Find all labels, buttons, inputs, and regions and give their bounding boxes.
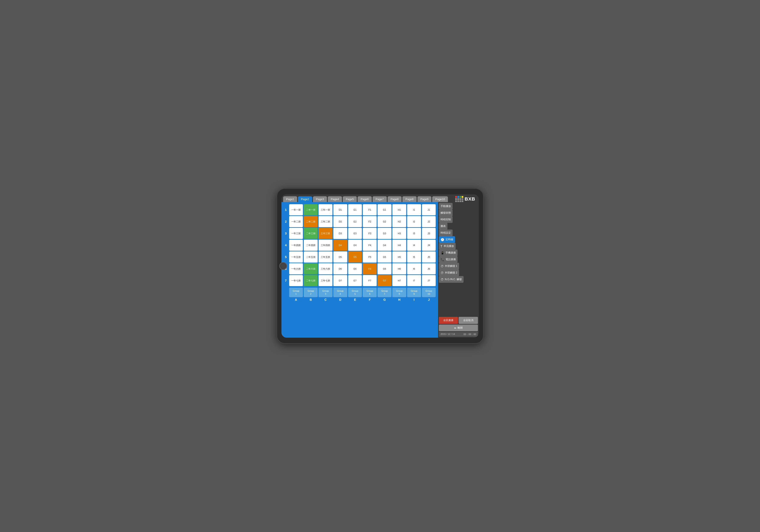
cell-r2-c6[interactable]: G2 — [378, 216, 392, 227]
tab-page9[interactable]: Page9 — [417, 196, 432, 202]
tab-page5[interactable]: Page5 — [343, 196, 357, 202]
cell-r6-c7[interactable]: H6 — [392, 263, 406, 274]
cell-r2-c3[interactable]: D2 — [333, 216, 347, 227]
group-cell-3[interactable]: Group 3 — [318, 288, 332, 297]
cell-r2-c4[interactable]: E2 — [348, 216, 362, 227]
cell-r5-c5[interactable]: F5 — [363, 251, 377, 263]
cell-r7-c6[interactable]: G7 — [378, 275, 392, 286]
cell-r4-c4[interactable]: E4 — [348, 240, 362, 251]
cell-r1-c8[interactable]: I1 — [407, 204, 421, 216]
cell-r7-c8[interactable]: I7 — [407, 275, 421, 286]
cell-r6-c4[interactable]: E6 — [348, 263, 362, 274]
group-cell-6[interactable]: Group 6 — [363, 288, 377, 297]
tab-page7[interactable]: Page7 — [373, 196, 387, 202]
cell-r7-c2[interactable]: 三年七班 — [318, 275, 332, 286]
cell-r5-c1[interactable]: 二年五班 — [304, 251, 318, 263]
cell-r5-c7[interactable]: H5 — [392, 251, 406, 263]
cell-r3-c4[interactable]: E3 — [348, 228, 362, 239]
cell-r7-c0[interactable]: 一年七班 — [289, 275, 303, 286]
cell-r6-c1[interactable]: 二年六班 — [304, 263, 318, 274]
exit-button[interactable]: ⬅ 離開 — [439, 324, 478, 331]
cell-r7-c3[interactable]: D7 — [333, 275, 347, 286]
cell-r7-c4[interactable]: E7 — [348, 275, 362, 286]
sidebar-btn-0[interactable]: 手動播放 — [439, 203, 452, 210]
cell-r3-c5[interactable]: F3 — [363, 228, 377, 239]
cell-r1-c0[interactable]: 一年一班 — [289, 204, 303, 216]
group-cell-4[interactable]: Group 4 — [333, 288, 347, 297]
tab-page3[interactable]: Page3 — [313, 196, 327, 202]
cell-r4-c7[interactable]: H4 — [392, 240, 406, 251]
cell-r4-c0[interactable]: 一年四班 — [289, 240, 303, 251]
cell-r1-c6[interactable]: G1 — [378, 204, 392, 216]
cell-r2-c5[interactable]: F2 — [363, 216, 377, 227]
cell-r5-c9[interactable]: J5 — [422, 251, 436, 263]
tab-page6[interactable]: Page6 — [357, 196, 372, 202]
cell-r4-c9[interactable]: J4 — [422, 240, 436, 251]
cell-r7-c7[interactable]: H7 — [392, 275, 406, 286]
cell-r6-c3[interactable]: D6 — [333, 263, 347, 274]
cell-r7-c5[interactable]: F7 — [363, 275, 377, 286]
tab-page10[interactable]: Page10 — [432, 196, 448, 202]
tab-page4[interactable]: Page4 — [328, 196, 342, 202]
cell-r2-c2[interactable]: 三年二班 — [318, 216, 332, 227]
cancel-button[interactable]: 全區取消 — [459, 317, 478, 324]
cell-r2-c9[interactable]: J2 — [422, 216, 436, 227]
cell-r6-c0[interactable]: 一年六班 — [289, 263, 303, 274]
cell-r4-c8[interactable]: I4 — [407, 240, 421, 251]
cell-r3-c2[interactable]: 三年三班 — [318, 228, 332, 239]
sidebar-btn-5[interactable]: 🕐定時鐘 — [439, 236, 455, 243]
cell-r2-c1[interactable]: 二年二班 — [304, 216, 318, 227]
sidebar-btn-1[interactable]: 觸發狀態 — [439, 210, 452, 216]
cell-r3-c3[interactable]: D3 — [333, 228, 347, 239]
cell-r2-c8[interactable]: I2 — [407, 216, 421, 227]
sidebar-btn-2[interactable]: 時程控制 — [439, 216, 452, 223]
cell-r7-c9[interactable]: J7 — [422, 275, 436, 286]
cell-r6-c5[interactable]: F6 — [363, 263, 377, 274]
tab-page2[interactable]: Page2 — [298, 196, 312, 202]
cell-r1-c5[interactable]: F1 — [363, 204, 377, 216]
sidebar-btn-3[interactable]: 圖表 — [439, 223, 448, 229]
cell-r6-c9[interactable]: J6 — [422, 263, 436, 274]
tab-page8[interactable]: Page8 — [388, 196, 402, 202]
group-cell-2[interactable]: Group 2 — [304, 288, 318, 297]
broadcast-button[interactable]: 全區廣播 — [439, 317, 458, 324]
cell-r3-c6[interactable]: G3 — [378, 228, 392, 239]
cell-r1-c9[interactable]: J1 — [422, 204, 436, 216]
sidebar-btn-11[interactable]: ⏱N.O./N.C. 觸發 — [439, 276, 463, 283]
cell-r4-c2[interactable]: 三年四班 — [318, 240, 332, 251]
cell-r2-c7[interactable]: H2 — [392, 216, 406, 227]
cell-r3-c0[interactable]: 一年三班 — [289, 228, 303, 239]
cell-r1-c7[interactable]: H1 — [392, 204, 406, 216]
cell-r5-c8[interactable]: I5 — [407, 251, 421, 263]
cell-r1-c4[interactable]: E1 — [348, 204, 362, 216]
cell-r5-c6[interactable]: G5 — [378, 251, 392, 263]
cell-r4-c5[interactable]: F4 — [363, 240, 377, 251]
tab-page1[interactable]: Page1 — [283, 196, 297, 202]
cell-r5-c2[interactable]: 三年五班 — [318, 251, 332, 263]
group-cell-7[interactable]: Group 7 — [378, 288, 392, 297]
cell-r4-c1[interactable]: 二年四班 — [304, 240, 318, 251]
cell-r6-c6[interactable]: G6 — [378, 263, 392, 274]
tab-page8[interactable]: Page8 — [403, 196, 416, 202]
home-button[interactable] — [279, 262, 287, 270]
cell-r6-c2[interactable]: 三年六班 — [318, 263, 332, 274]
cell-r5-c0[interactable]: 一年五班 — [289, 251, 303, 263]
sidebar-btn-7[interactable]: 📱手機廣播 — [439, 250, 457, 256]
sidebar-btn-10[interactable]: ⏱外部觸發 2 — [439, 269, 459, 276]
sidebar-btn-6[interactable]: T串流播放 — [439, 243, 456, 250]
cell-r5-c3[interactable]: D5 — [333, 251, 347, 263]
cell-r1-c2[interactable]: 三年一班 — [318, 204, 332, 216]
group-cell-10[interactable]: Group 10 — [422, 288, 436, 297]
cell-r7-c1[interactable]: 二年七班 — [304, 275, 318, 286]
group-cell-1[interactable]: Group 1 — [289, 288, 303, 297]
cell-r1-c1[interactable]: 二年一班 — [304, 204, 318, 216]
sidebar-btn-4[interactable]: 時程設定 — [439, 229, 452, 236]
cell-r2-c0[interactable]: 一年二班 — [289, 216, 303, 227]
sidebar-btn-9[interactable]: ⏱外部觸發 1 — [439, 263, 459, 269]
cell-r3-c1[interactable]: 二年三班 — [304, 228, 318, 239]
cell-r3-c9[interactable]: J3 — [422, 228, 436, 239]
group-cell-9[interactable]: Group 9 — [407, 288, 421, 297]
group-cell-8[interactable]: Group 8 — [392, 288, 406, 297]
group-cell-5[interactable]: Group 5 — [348, 288, 362, 297]
cell-r6-c8[interactable]: I6 — [407, 263, 421, 274]
